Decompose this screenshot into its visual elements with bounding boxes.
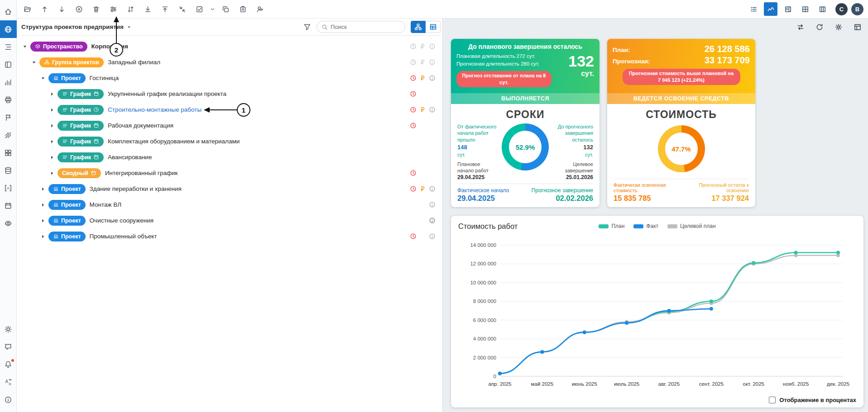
table-view-toggle[interactable]: [426, 21, 441, 33]
toolbar-collapse-all-button[interactable]: [173, 1, 191, 17]
dashboard-swap-h-button[interactable]: [796, 23, 805, 31]
toolbar-delete-button[interactable]: [87, 1, 105, 17]
rail-comments-icon[interactable]: [0, 338, 17, 355]
tree-row[interactable]: ПространствоКорпорация: [17, 38, 442, 54]
ruble-status-icon: [419, 59, 426, 66]
rail-text-block-icon[interactable]: A: [0, 179, 17, 197]
svg-text:я: я: [9, 381, 11, 386]
rail-database-icon[interactable]: [0, 161, 17, 179]
avatar-C[interactable]: C: [835, 3, 848, 15]
rail-calendar-icon[interactable]: [0, 197, 17, 214]
rail-eye-icon[interactable]: [0, 214, 17, 232]
toolbar-move-up-button[interactable]: [36, 1, 53, 17]
timing-header-title: До планового завершения осталось: [456, 43, 594, 50]
toolbar-move-to-bottom-button[interactable]: [139, 1, 156, 17]
tree-row[interactable]: ГрафикКомплектация оборудованием и матер…: [17, 133, 442, 149]
rail-outline-icon[interactable]: [0, 38, 17, 56]
summary-cards: До планового завершения осталось Планова…: [443, 39, 868, 207]
structure-selector[interactable]: Структура проектов предприятия: [21, 24, 131, 30]
search-box[interactable]: [317, 21, 405, 33]
bank: [53, 233, 59, 239]
badge-schedule: График: [58, 105, 104, 115]
panel-title: Структура проектов предприятия: [21, 24, 124, 30]
caret-right-icon[interactable]: [48, 123, 56, 128]
tree-row[interactable]: СводныйИнтегрированный график: [17, 165, 442, 181]
tree-row-title: Очистные сооружения: [90, 217, 153, 224]
planned-start-label: Плановое начало работ: [457, 161, 498, 174]
caret-right-icon[interactable]: [39, 234, 47, 239]
toolbar-add-user-button[interactable]: [251, 1, 269, 17]
caret-right-icon[interactable]: [48, 139, 56, 144]
tree-view-toggle[interactable]: [411, 21, 426, 33]
toolbar-copy-button[interactable]: [217, 1, 234, 17]
toolbar-panel-grid-button[interactable]: [798, 2, 812, 16]
top-toolbar: CB: [17, 0, 868, 19]
toolbar-filter-settings-button[interactable]: [105, 1, 122, 17]
list-lines: [62, 154, 68, 160]
rail-globe-icon[interactable]: [0, 20, 17, 38]
caret-right-icon[interactable]: [48, 91, 56, 97]
rail-notifications-icon[interactable]: [0, 355, 17, 373]
toolbar-list-view-button[interactable]: [747, 2, 760, 16]
tree-row[interactable]: ПроектЗдание переработки и хранения: [17, 181, 442, 197]
toolbar-reorder-button[interactable]: [122, 1, 139, 17]
tree-row[interactable]: ПроектГостиница: [17, 70, 442, 86]
percent-checkbox[interactable]: [769, 397, 776, 403]
dashboard-layout-panel-button[interactable]: [854, 23, 862, 31]
legend-item: Факт: [633, 223, 658, 229]
search-input[interactable]: [331, 24, 400, 30]
tree-row[interactable]: ГрафикСтроительно-монтажные работы: [17, 102, 442, 118]
tree-row-title[interactable]: Строительно-монтажные работы: [108, 106, 201, 113]
rail-flag-icon[interactable]: [0, 109, 17, 126]
tree-row[interactable]: ГрафикРабочая документация: [17, 118, 442, 133]
rail-histogram-icon[interactable]: [0, 73, 17, 91]
tree-row[interactable]: ПроектОчистные сооружения: [17, 213, 442, 228]
svg-text:нояб. 2025: нояб. 2025: [783, 381, 809, 387]
caret-right-icon[interactable]: [39, 218, 47, 223]
rail-board-icon[interactable]: [0, 56, 17, 73]
toolbar-move-to-top-button[interactable]: [156, 1, 173, 17]
toolbar-panel-right-button[interactable]: [781, 2, 795, 16]
rail-translate-icon[interactable]: Aя: [0, 373, 17, 391]
caret-down-icon[interactable]: [39, 76, 47, 81]
toolbar-paste-button[interactable]: [234, 1, 251, 17]
caret-down-icon[interactable]: [30, 60, 38, 65]
tree-row[interactable]: ГрафикАвансирование: [17, 149, 442, 165]
chevron-down-icon[interactable]: [127, 25, 131, 29]
rail-hatching-icon[interactable]: [0, 126, 17, 144]
caret-right-icon[interactable]: [39, 202, 47, 208]
dashboard-refresh-button[interactable]: [815, 23, 824, 31]
rail-home-icon[interactable]: [0, 3, 17, 20]
toolbar-analytics-view-button[interactable]: [764, 2, 777, 16]
rail-printer-icon[interactable]: [0, 91, 17, 109]
filter-icon[interactable]: [303, 23, 311, 31]
toolbar-open-folder-button[interactable]: [19, 1, 36, 17]
caret-right-icon[interactable]: [48, 170, 56, 176]
rail-info-icon[interactable]: [0, 391, 17, 408]
caret-right-icon[interactable]: [48, 155, 56, 160]
badge-project-group: Группа проектов: [39, 57, 104, 67]
percent-toggle[interactable]: Отображение в процентах: [769, 397, 856, 403]
view-switcher: [747, 2, 829, 16]
list-lines: [62, 107, 68, 113]
toolbar-panel-columns-button[interactable]: [815, 2, 829, 16]
tree-row[interactable]: ПроектМонтаж ВЛ: [17, 197, 442, 213]
rail-brightness-icon[interactable]: [0, 320, 17, 338]
toolbar-multi-select-button[interactable]: [191, 1, 208, 17]
caret-right-icon[interactable]: [48, 107, 56, 113]
toolbar-add-button[interactable]: [70, 1, 87, 17]
rail-modules-icon[interactable]: [0, 144, 17, 161]
info-status-icon: [429, 106, 436, 113]
caret-right-icon[interactable]: [39, 186, 47, 192]
toolbar-more-dropdown-button[interactable]: [208, 1, 217, 17]
tree-row[interactable]: ГрафикУкрупненный график реализации прое…: [17, 86, 442, 102]
dashboard-settings-gear-button[interactable]: [834, 23, 843, 31]
toolbar-move-down-button[interactable]: [53, 1, 70, 17]
tree-row[interactable]: ПроектПромышленный объект: [17, 228, 442, 244]
caret-down-icon[interactable]: [21, 44, 29, 49]
badge-schedule: График: [58, 152, 104, 162]
tree-row[interactable]: Группа проектовЗападный филиал: [17, 54, 442, 70]
tree-row-title: Здание переработки и хранения: [90, 185, 182, 192]
avatar-B[interactable]: B: [851, 3, 863, 15]
svg-text:авг. 2025: авг. 2025: [658, 381, 680, 387]
